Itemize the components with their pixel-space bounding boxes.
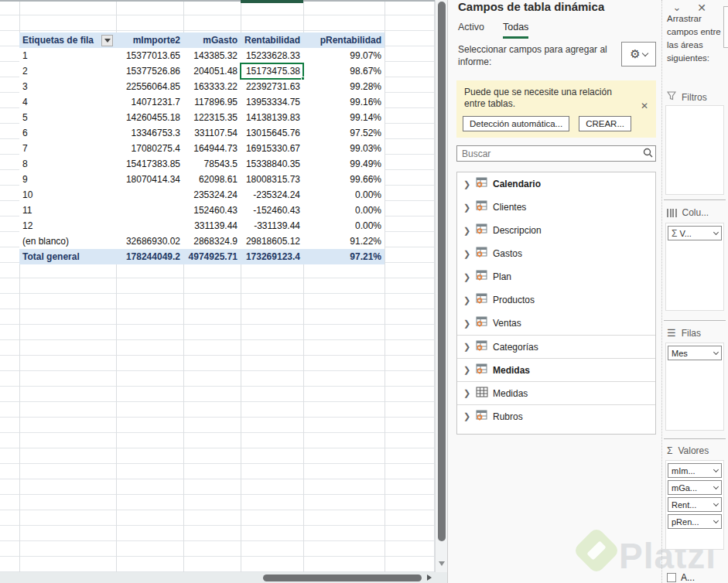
field-item-productos[interactable]: ❯ Productos [457, 288, 655, 312]
field-item-calendario[interactable]: ❯ Calendario [457, 172, 655, 196]
cell[interactable]: 18070414.34 [116, 172, 183, 187]
cell[interactable]: 32686930.02 [116, 234, 183, 249]
table-row[interactable]: 12331139.44-331139.440.00% [19, 218, 385, 234]
expand-chevron-icon[interactable]: ❯ [463, 365, 474, 375]
cell[interactable]: 97.52% [303, 125, 385, 141]
scroll-right-arrow-icon[interactable] [427, 574, 432, 581]
cell[interactable]: 122315.35 [183, 110, 241, 125]
expand-chevron-icon[interactable]: ❯ [463, 411, 474, 421]
table-row[interactable]: 815417383.8578543.515338840.3599.49% [19, 156, 385, 172]
cell[interactable] [116, 187, 183, 203]
expand-chevron-icon[interactable]: ❯ [463, 319, 474, 329]
values-drop-zone[interactable]: mIm... mGa... Rent... pRen... [665, 460, 724, 550]
vertical-scrollbar[interactable] [435, 0, 447, 572]
tab-todas[interactable]: Todas [503, 22, 528, 39]
cell[interactable]: 11 [19, 203, 116, 218]
cell[interactable]: 331107.54 [183, 125, 241, 141]
expand-chevron-icon[interactable]: ❯ [463, 272, 474, 282]
cell[interactable]: 15233628.33 [241, 48, 303, 63]
cell[interactable]: 98.67% [303, 63, 385, 79]
field-item-medidas[interactable]: ❯ Medidas [457, 358, 655, 381]
field-item-rubros[interactable]: ❯ Rubros [457, 404, 655, 428]
field-item-ventas[interactable]: ❯ Ventas [457, 312, 655, 335]
cell[interactable]: (en blanco) [19, 234, 116, 249]
table-row[interactable]: 11152460.43-152460.430.00% [19, 203, 385, 218]
cell[interactable]: 97.21% [303, 249, 385, 264]
cell[interactable]: 13015645.76 [241, 125, 303, 141]
horizontal-scrollbar[interactable] [0, 572, 447, 583]
pivot-header-cell[interactable]: Rentabilidad [241, 32, 303, 48]
columns-field-pill[interactable]: Σ V... [668, 226, 722, 240]
cell[interactable]: 14260455.18 [116, 110, 183, 125]
pivot-header-cell[interactable]: mImporte2 [116, 32, 183, 48]
field-item-gastos[interactable]: ❯ Gastos [457, 242, 655, 265]
cell[interactable]: 15338840.35 [241, 156, 303, 172]
table-row[interactable]: 613346753.3331107.5413015645.7697.52% [19, 125, 385, 141]
cell[interactable]: 12 [19, 218, 116, 234]
cell[interactable]: 99.03% [303, 141, 385, 156]
cell[interactable]: 0.00% [303, 218, 385, 234]
cell[interactable]: 204051.48 [183, 63, 241, 79]
expand-chevron-icon[interactable]: ❯ [463, 226, 474, 236]
cell[interactable]: 13346753.3 [116, 125, 183, 141]
values-field-pill-mimporte2[interactable]: mIm... [668, 463, 722, 478]
pivot-header-cell[interactable]: pRentabilidad [303, 32, 385, 48]
cell[interactable] [116, 218, 183, 234]
table-row[interactable]: 215377526.86204051.4815173475.3898.67% [19, 63, 385, 79]
pane-chevron-down-icon[interactable]: ⌄ [670, 2, 684, 13]
cell[interactable]: 235324.24 [183, 187, 241, 203]
cell[interactable]: 22392731.63 [241, 79, 303, 94]
field-item-clientes[interactable]: ❯ Clientes [457, 196, 655, 219]
table-row[interactable]: 514260455.18122315.3514138139.8399.14% [19, 110, 385, 125]
cell[interactable]: 173269123.4 [241, 249, 303, 264]
checkbox[interactable] [667, 573, 676, 582]
expand-chevron-icon[interactable]: ❯ [463, 249, 474, 259]
cell[interactable]: 99.49% [303, 156, 385, 172]
search-box[interactable] [456, 145, 656, 162]
spreadsheet-grid[interactable]: Etiquetas de fila mImporte2 mGasto Renta… [0, 0, 435, 572]
cell[interactable]: 99.07% [303, 48, 385, 63]
cell[interactable]: 0.00% [303, 187, 385, 203]
expand-chevron-icon[interactable]: ❯ [463, 203, 474, 213]
field-item-descripcion[interactable]: ❯ Descripcion [457, 219, 655, 242]
cell[interactable]: 2868324.9 [183, 234, 241, 249]
cell[interactable]: 16915330.67 [241, 141, 303, 156]
cell[interactable]: 163333.22 [183, 79, 241, 94]
pivot-total-row[interactable]: Total general178244049.24974925.71173269… [19, 249, 385, 264]
cell[interactable]: -331139.44 [241, 218, 303, 234]
cell[interactable]: 331139.44 [183, 218, 241, 234]
cell[interactable]: 99.66% [303, 172, 385, 187]
table-row[interactable]: (en blanco)32686930.022868324.929818605.… [19, 234, 385, 249]
cell[interactable]: 29818605.12 [241, 234, 303, 249]
values-field-pill-rentabilidad[interactable]: Rent... [668, 497, 722, 512]
create-relationship-button[interactable]: CREAR... [579, 116, 631, 131]
filters-drop-zone[interactable] [665, 105, 724, 195]
cell[interactable]: 6 [19, 125, 116, 141]
cell[interactable]: 15377526.86 [116, 63, 183, 79]
cell[interactable]: 4 [19, 94, 116, 110]
cell[interactable]: 99.14% [303, 110, 385, 125]
cell[interactable]: 117896.95 [183, 94, 241, 110]
cell[interactable]: 99.16% [303, 94, 385, 110]
cell[interactable]: 99.28% [303, 79, 385, 94]
cell[interactable]: 17080275.4 [116, 141, 183, 156]
cell[interactable]: 14138139.83 [241, 110, 303, 125]
cell[interactable]: 15417383.85 [116, 156, 183, 172]
field-item-plan[interactable]: ❯ Plan [457, 265, 655, 288]
cell[interactable]: 91.22% [303, 234, 385, 249]
cell[interactable]: 152460.43 [183, 203, 241, 218]
cell[interactable]: 13953334.75 [241, 94, 303, 110]
cell[interactable]: 22556064.85 [116, 79, 183, 94]
table-row[interactable]: 717080275.4164944.7316915330.6799.03% [19, 141, 385, 156]
field-item-categorias[interactable]: ❯ Categorías [457, 335, 655, 358]
scroll-down-arrow-icon[interactable] [439, 561, 445, 566]
tab-activo[interactable]: Activo [458, 22, 484, 36]
rows-drop-zone[interactable]: Mes [665, 343, 724, 431]
search-input[interactable] [457, 148, 640, 159]
cell[interactable]: -152460.43 [241, 203, 303, 218]
expand-chevron-icon[interactable]: ❯ [463, 342, 474, 352]
table-row[interactable]: 322556064.85163333.2222392731.6399.28% [19, 79, 385, 94]
filter-dropdown-button[interactable] [101, 35, 113, 46]
cell[interactable]: -235324.24 [241, 187, 303, 203]
cell[interactable]: 0.00% [303, 203, 385, 218]
